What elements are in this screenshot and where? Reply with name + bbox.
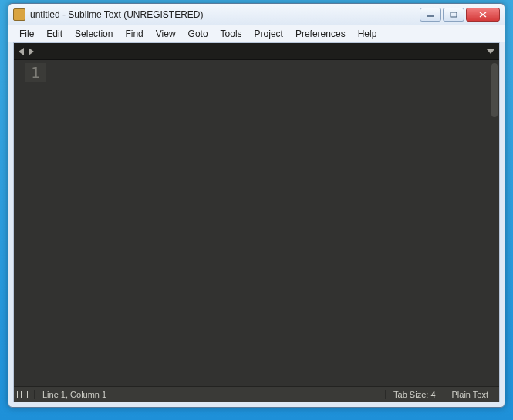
menu-preferences[interactable]: Preferences <box>289 27 352 41</box>
menu-view[interactable]: View <box>150 27 182 41</box>
minimize-button[interactable] <box>420 8 441 22</box>
scrollbar-thumb[interactable] <box>491 63 498 117</box>
maximize-icon <box>450 12 457 18</box>
tab-next-icon[interactable] <box>29 48 34 55</box>
menu-edit[interactable]: Edit <box>40 27 69 41</box>
statusbar: Line 1, Column 1 Tab Size: 4 Plain Text <box>14 386 499 402</box>
menu-file[interactable]: File <box>13 27 40 41</box>
line-number: 1 <box>25 63 46 82</box>
editor[interactable]: 1 <box>14 60 499 386</box>
titlebar[interactable]: untitled - Sublime Text (UNREGISTERED) <box>8 4 505 25</box>
menubar: File Edit Selection Find View Goto Tools… <box>8 25 505 42</box>
menu-tools[interactable]: Tools <box>214 27 248 41</box>
tabstrip <box>14 43 499 60</box>
minimize-icon <box>427 12 434 18</box>
menu-project[interactable]: Project <box>248 27 289 41</box>
scrollbar-vertical[interactable] <box>490 60 499 386</box>
app-icon <box>13 8 25 21</box>
menu-find[interactable]: Find <box>119 27 149 41</box>
close-button[interactable] <box>466 8 500 22</box>
close-icon <box>479 12 487 18</box>
status-tabsize[interactable]: Tab Size: 4 <box>385 390 443 399</box>
menu-selection[interactable]: Selection <box>69 27 119 41</box>
svg-rect-1 <box>451 12 457 17</box>
panel-switcher-icon[interactable] <box>17 391 28 398</box>
tab-prev-icon[interactable] <box>19 48 24 55</box>
gutter: 1 <box>14 60 52 386</box>
status-syntax[interactable]: Plain Text <box>444 390 497 399</box>
text-area[interactable] <box>52 60 499 386</box>
tab-menu-icon[interactable] <box>487 49 494 54</box>
client-area: 1 Line 1, Column 1 Tab Size: 4 Plain Tex… <box>13 42 500 402</box>
menu-help[interactable]: Help <box>352 27 383 41</box>
maximize-button[interactable] <box>443 8 464 22</box>
menu-goto[interactable]: Goto <box>182 27 214 41</box>
status-position[interactable]: Line 1, Column 1 <box>34 390 114 399</box>
app-window: untitled - Sublime Text (UNREGISTERED) F… <box>8 3 505 408</box>
window-controls <box>420 8 500 22</box>
window-title: untitled - Sublime Text (UNREGISTERED) <box>30 9 420 20</box>
